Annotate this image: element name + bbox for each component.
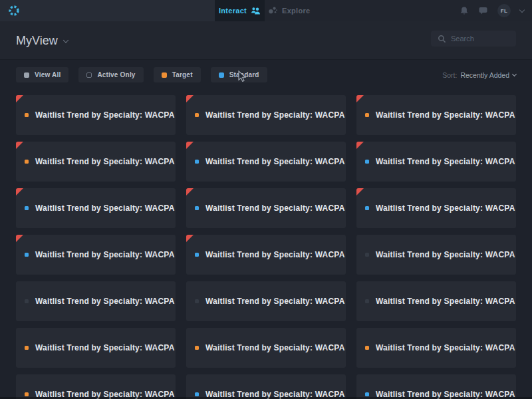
marker-icon [365,160,369,164]
card-grid: Waitlist Trend by Specialty: WACPA Waitl… [16,95,516,399]
waitlist-card[interactable]: Waitlist Trend by Specialty: WACPA [356,328,516,368]
chat-icon[interactable] [478,6,488,15]
marker-icon [25,206,29,210]
card-title: Waitlist Trend by Specialty: WACPA [205,250,345,259]
marker-icon [25,299,29,303]
tab-interact-label: Interact [219,7,247,15]
card-title: Waitlist Trend by Specialty: WACPA [205,297,345,306]
marker-icon [365,392,369,396]
card-title: Waitlist Trend by Specialty: WACPA [376,203,515,213]
page-header: MyView Search [0,21,532,60]
waitlist-card[interactable]: Waitlist Trend by Specialty: WACPA [186,95,346,135]
checkbox-outline-icon [86,72,92,78]
flag-icon [186,142,194,149]
marker-icon [25,113,29,117]
waitlist-card[interactable]: Waitlist Trend by Specialty: WACPA [16,235,176,275]
marker-icon [25,346,29,350]
card-title: Waitlist Trend by Specialty: WACPA [35,343,175,352]
flag-icon [356,142,364,149]
waitlist-card[interactable]: Waitlist Trend by Specialty: WACPA [356,374,516,399]
marker-icon [365,206,369,210]
search-input[interactable]: Search [431,31,516,47]
waitlist-card[interactable]: Waitlist Trend by Specialty: WACPA [16,374,176,399]
card-title: Waitlist Trend by Specialty: WACPA [376,110,515,120]
card-title: Waitlist Trend by Specialty: WACPA [376,297,515,306]
bell-icon[interactable] [460,6,469,16]
waitlist-card[interactable]: Waitlist Trend by Specialty: WACPA [356,142,516,182]
filter-view-all-button[interactable]: View All [16,67,68,82]
marker-icon [365,113,369,117]
flag-icon [186,188,194,196]
checkbox-filled-icon [24,72,29,78]
card-title: Waitlist Trend by Specialty: WACPA [205,157,345,166]
flag-icon [186,235,194,242]
flag-icon [16,142,23,149]
card-title: Waitlist Trend by Specialty: WACPA [376,250,515,259]
card-title: Waitlist Trend by Specialty: WACPA [205,203,345,213]
people-icon [251,7,261,15]
waitlist-card[interactable]: Waitlist Trend by Specialty: WACPA [16,188,176,228]
marker-icon [365,346,369,350]
page-title: MyView [16,33,58,47]
search-placeholder: Search [451,35,474,43]
search-icon [438,35,446,43]
marker-icon [195,206,199,210]
marker-icon [25,392,29,396]
flag-icon [186,95,194,102]
cluster-icon [268,6,278,15]
marker-icon [195,160,199,164]
marker-icon [195,253,199,257]
card-title: Waitlist Trend by Specialty: WACPA [35,110,175,120]
waitlist-card[interactable]: Waitlist Trend by Specialty: WACPA [186,188,346,228]
waitlist-card[interactable]: Waitlist Trend by Specialty: WACPA [356,188,516,228]
waitlist-card[interactable]: Waitlist Trend by Specialty: WACPA [186,235,346,275]
filter-bar: View All Active Only Target Standard Sor… [16,67,516,82]
marker-icon [195,299,199,303]
marker-icon [195,113,199,117]
avatar[interactable]: FL [497,4,511,17]
app-logo-icon[interactable] [8,5,20,17]
orange-swatch-icon [162,72,167,78]
card-title: Waitlist Trend by Specialty: WACPA [35,157,175,166]
marker-icon [25,160,29,164]
marker-icon [365,299,369,303]
chevron-down-icon [63,37,68,43]
waitlist-card[interactable]: Waitlist Trend by Specialty: WACPA [16,328,176,368]
tab-interact[interactable]: Interact [215,0,265,21]
flag-icon [16,235,23,242]
mouse-cursor [238,70,247,82]
chevron-down-icon[interactable] [519,7,525,12]
waitlist-card[interactable]: Waitlist Trend by Specialty: WACPA [356,95,516,135]
marker-icon [25,253,29,257]
filter-active-only-button[interactable]: Active Only [78,67,143,82]
waitlist-card[interactable]: Waitlist Trend by Specialty: WACPA [356,235,516,275]
marker-icon [365,253,369,257]
marker-icon [195,392,199,396]
waitlist-card[interactable]: Waitlist Trend by Specialty: WACPA [186,281,346,321]
sort-value: Recently Added [460,71,509,79]
flag-icon [16,95,23,102]
tab-explore[interactable]: Explore [268,0,315,21]
card-title: Waitlist Trend by Specialty: WACPA [376,343,515,352]
waitlist-card[interactable]: Waitlist Trend by Specialty: WACPA [186,142,346,182]
flag-icon [356,95,364,102]
waitlist-card[interactable]: Waitlist Trend by Specialty: WACPA [186,328,346,368]
filter-target-button[interactable]: Target [154,67,201,82]
card-title: Waitlist Trend by Specialty: WACPA [205,110,345,120]
waitlist-card[interactable]: Waitlist Trend by Specialty: WACPA [16,95,176,135]
waitlist-card[interactable]: Waitlist Trend by Specialty: WACPA [16,142,176,182]
flag-icon [16,188,23,196]
brand-section [0,0,215,21]
marker-icon [195,346,199,350]
flag-icon [356,188,364,196]
waitlist-card[interactable]: Waitlist Trend by Specialty: WACPA [356,281,516,321]
card-title: Waitlist Trend by Specialty: WACPA [205,343,345,352]
waitlist-card[interactable]: Waitlist Trend by Specialty: WACPA [16,281,176,321]
view-switcher[interactable]: MyView [16,33,68,47]
sort-dropdown[interactable]: Sort: Recently Added [442,67,516,82]
card-title: Waitlist Trend by Specialty: WACPA [35,250,175,259]
tab-explore-label: Explore [282,7,310,15]
sort-label: Sort: [442,71,457,79]
waitlist-card[interactable]: Waitlist Trend by Specialty: WACPA [186,374,346,399]
chevron-down-icon [512,72,517,76]
